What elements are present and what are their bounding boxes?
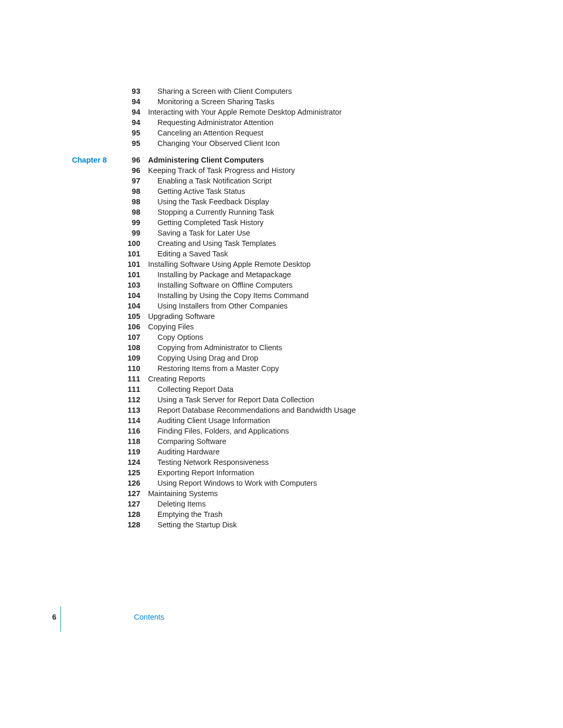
chapter-col-empty	[72, 249, 118, 259]
toc-entry-title[interactable]: Auditing Client Usage Information	[140, 415, 270, 426]
section-gap	[72, 149, 563, 155]
toc-row: 95Changing Your Observed Client Icon	[72, 138, 563, 149]
chapter-col-empty	[72, 509, 118, 520]
toc-entry-title[interactable]: Restoring Items from a Master Copy	[140, 363, 279, 374]
toc-entry-title[interactable]: Maintaining Systems	[140, 488, 218, 499]
chapter-col-empty	[72, 207, 118, 217]
chapter-title[interactable]: Administering Client Computers	[140, 155, 264, 165]
toc-entry-title[interactable]: Installing Software Using Apple Remote D…	[140, 259, 311, 269]
toc-entry-title[interactable]: Creating Reports	[140, 374, 205, 384]
toc-entry-title[interactable]: Using the Task Feedback Display	[140, 196, 269, 207]
toc-page-number: 128	[118, 520, 140, 530]
toc-row: 126Using Report Windows to Work with Com…	[72, 478, 563, 488]
toc-page-number: 108	[118, 342, 140, 353]
toc-row: 98Using the Task Feedback Display	[72, 196, 563, 207]
toc-row: 98Getting Active Task Status	[72, 186, 563, 196]
chapter-col-empty	[72, 128, 118, 138]
footer-page-number: 6	[52, 613, 56, 621]
toc-entry-title[interactable]: Editing a Saved Task	[140, 249, 228, 259]
toc-entry-title[interactable]: Collecting Report Data	[140, 384, 234, 394]
toc-row: 99Saving a Task for Later Use	[72, 228, 563, 238]
toc-entry-title[interactable]: Copying from Administrator to Clients	[140, 342, 282, 353]
chapter-col-empty	[72, 520, 118, 530]
toc-page-number: 95	[118, 138, 140, 149]
footer-divider	[60, 607, 61, 632]
toc-entry-title[interactable]: Keeping Track of Task Progress and Histo…	[140, 165, 295, 176]
chapter-col-empty	[72, 165, 118, 176]
toc-entry-title[interactable]: Installing Software on Offline Computers	[140, 280, 292, 290]
chapter-col-empty	[72, 363, 118, 374]
chapter-col-empty	[72, 322, 118, 332]
toc-row: 125Exporting Report Information	[72, 467, 563, 478]
toc-row: 113Report Database Recommendations and B…	[72, 405, 563, 415]
toc-entry-title[interactable]: Getting Active Task Status	[140, 186, 245, 196]
toc-page-number: 113	[118, 405, 140, 415]
toc-entry-title[interactable]: Changing Your Observed Client Icon	[140, 138, 280, 149]
chapter-col-empty	[72, 301, 118, 311]
toc-page-number: 97	[118, 176, 140, 186]
toc-entry-title[interactable]: Testing Network Responsiveness	[140, 457, 269, 467]
footer-label[interactable]: Contents	[66, 613, 164, 621]
toc-entry-title[interactable]: Deleting Items	[140, 499, 206, 509]
toc-entry-title[interactable]: Getting Completed Task History	[140, 217, 264, 228]
toc-entry-title[interactable]: Finding Files, Folders, and Applications	[140, 426, 289, 436]
chapter-col-empty	[72, 196, 118, 207]
toc-entry-title[interactable]: Upgrading Software	[140, 311, 215, 322]
toc-page-number: 99	[118, 228, 140, 238]
toc-row: 127Maintaining Systems	[72, 488, 563, 499]
toc-entry-title[interactable]: Emptying the Trash	[140, 509, 223, 520]
toc-page-number: 127	[118, 499, 140, 509]
toc-row: 93Sharing a Screen with Client Computers	[72, 86, 563, 96]
toc-entry-title[interactable]: Using a Task Server for Report Data Coll…	[140, 394, 314, 405]
toc-entry-title[interactable]: Requesting Administrator Attention	[140, 117, 273, 128]
toc-entry-title[interactable]: Exporting Report Information	[140, 467, 254, 478]
toc-entry-title[interactable]: Setting the Startup Disk	[140, 520, 237, 530]
toc-entry-title[interactable]: Stopping a Currently Running Task	[140, 207, 274, 217]
toc-page-number: 93	[118, 86, 140, 96]
toc-page-number: 94	[118, 107, 140, 117]
toc-entry-title[interactable]: Report Database Recommendations and Band…	[140, 405, 356, 415]
toc-row: 124Testing Network Responsiveness	[72, 457, 563, 467]
toc-entry-title[interactable]: Installing by Using the Copy Items Comma…	[140, 290, 309, 301]
toc-row: 128Setting the Startup Disk	[72, 520, 563, 530]
toc-page-number: 111	[118, 374, 140, 384]
toc-entry-title[interactable]: Sharing a Screen with Client Computers	[140, 86, 292, 96]
toc-entry-title[interactable]: Monitoring a Screen Sharing Tasks	[140, 96, 275, 107]
toc-entry-title[interactable]: Using Installers from Other Companies	[140, 301, 288, 311]
chapter-heading-row: Chapter 8 96 Administering Client Comput…	[72, 155, 563, 165]
toc-row: 127Deleting Items	[72, 499, 563, 509]
chapter-label[interactable]: Chapter 8	[72, 155, 118, 165]
toc-entry-title[interactable]: Enabling a Task Notification Script	[140, 176, 272, 186]
toc-entry-title[interactable]: Installing by Package and Metapackage	[140, 269, 291, 280]
toc-page-number: 101	[118, 269, 140, 280]
toc-page: 93Sharing a Screen with Client Computers…	[0, 0, 563, 530]
chapter-col-empty	[72, 217, 118, 228]
chapter-col-empty	[72, 394, 118, 405]
toc-page-number: 127	[118, 488, 140, 499]
toc-entry-title[interactable]: Interacting with Your Apple Remote Deskt…	[140, 107, 342, 117]
toc-page-number: 94	[118, 96, 140, 107]
toc-row: 99Getting Completed Task History	[72, 217, 563, 228]
toc-row: 94Monitoring a Screen Sharing Tasks	[72, 96, 563, 107]
chapter-col-empty	[72, 96, 118, 107]
chapter-col-empty	[72, 478, 118, 488]
toc-entry-title[interactable]: Saving a Task for Later Use	[140, 228, 250, 238]
toc-entry-title[interactable]: Using Report Windows to Work with Comput…	[140, 478, 317, 488]
toc-entry-title[interactable]: Auditing Hardware	[140, 447, 219, 457]
toc-entry-title[interactable]: Canceling an Attention Request	[140, 128, 263, 138]
toc-row: 100Creating and Using Task Templates	[72, 238, 563, 249]
toc-row: 128Emptying the Trash	[72, 509, 563, 520]
toc-page-number: 100	[118, 238, 140, 249]
chapter-col-empty	[72, 311, 118, 322]
chapter-col-empty	[72, 228, 118, 238]
toc-entry-title[interactable]: Copying Files	[140, 322, 194, 332]
toc-entry-title[interactable]: Creating and Using Task Templates	[140, 238, 276, 249]
toc-page-number: 98	[118, 196, 140, 207]
toc-row: 107Copy Options	[72, 332, 563, 342]
toc-entry-title[interactable]: Copying Using Drag and Drop	[140, 353, 258, 363]
chapter-col-empty	[72, 259, 118, 269]
toc-entry-title[interactable]: Comparing Software	[140, 436, 226, 447]
toc-page-number: 96	[118, 165, 140, 176]
toc-row: 114Auditing Client Usage Information	[72, 415, 563, 426]
toc-entry-title[interactable]: Copy Options	[140, 332, 203, 342]
